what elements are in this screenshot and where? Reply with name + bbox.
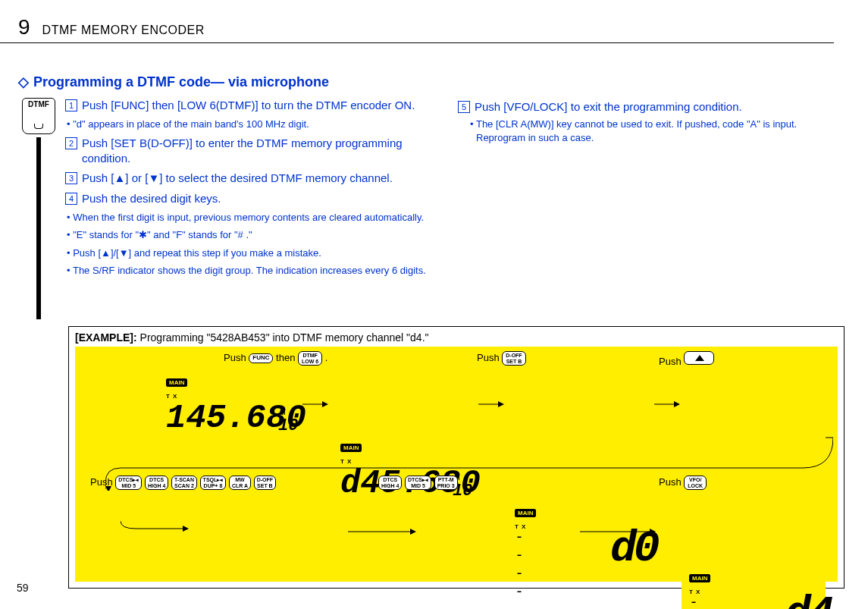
dots-4: - - - - - -	[689, 592, 710, 609]
step5-sub: The [CLR A(MW)] key cannot be used to ex…	[458, 118, 837, 144]
main-badge-1: MAIN	[166, 378, 187, 387]
seq-btn-3: TSQL▸◂DUP+ 8	[200, 476, 227, 490]
up-triangle-button	[684, 351, 714, 365]
example-box: [EXAMPLE]: Programming "5428AB453" into …	[68, 326, 844, 589]
arrow-6	[580, 527, 656, 536]
example-title: [EXAMPLE]: Programming "5428AB453" into …	[75, 331, 838, 344]
arrow-3	[654, 400, 680, 409]
seq2-label: DTCSHIGH 4 DTCS▸◂MID 5 PTT-MPRIO 3	[378, 476, 458, 490]
push-5: Push	[659, 476, 682, 488]
example-label: [EXAMPLE]:	[75, 331, 137, 344]
seq-btn-5: D-OFFSET B	[254, 476, 276, 490]
chapter-title: DTMF MEMORY ENCODER	[42, 24, 205, 37]
step-3: 3 Push [▲] or [▼] to select the desired …	[65, 171, 443, 186]
push-label-1: Push FUNC then DTMFLOW 6 .	[224, 351, 327, 366]
push-4: Push	[90, 476, 113, 488]
svg-marker-1	[322, 401, 328, 407]
svg-marker-11	[650, 529, 656, 535]
svg-marker-5	[674, 401, 680, 407]
seq-btn-0: DTCS▸◂MID 5	[115, 476, 142, 490]
step1-text-c: 6(DTMF)] to turn the DTMF encoder ON.	[206, 99, 415, 111]
seq2-btn-2: PTT-MPRIO 3	[434, 476, 458, 490]
vfo-lock-button: VFO/LOCK	[684, 476, 707, 490]
step4-sub-0: When the first digit is input, previous …	[65, 211, 443, 224]
page-number: 59	[17, 582, 29, 594]
section-title-text: Programming a DTMF code— via microphone	[33, 74, 329, 89]
then-text: then	[273, 352, 298, 363]
svg-marker-9	[410, 529, 416, 535]
push-label-4: Push DTCS▸◂MID 5 DTCSHIGH 4 T-SCANSCAN 2…	[90, 476, 276, 490]
step1-text-a: Push [FUNC] then [	[82, 99, 180, 111]
step4-sub-3: The S/RF indicator shows the digit group…	[65, 264, 443, 278]
push-label-3: Push	[659, 351, 714, 367]
setb-button: D-OFFSET B	[502, 351, 525, 366]
main-badge-4: MAIN	[689, 574, 710, 582]
seq-btn-1: DTCSHIGH 4	[145, 476, 168, 490]
step-num-1: 1	[65, 99, 77, 111]
step-num-3: 3	[65, 172, 77, 184]
arrow-5a	[121, 521, 189, 536]
svg-marker-7	[183, 526, 189, 532]
step5-sub-c: A(MW)] key cannot be used to exit. If pu…	[476, 118, 797, 143]
dots-3: - - - - - -	[515, 527, 536, 609]
step5-clr: CLR	[499, 118, 519, 130]
example-diagram: Push FUNC then DTMFLOW 6 . Push D-OFFSET…	[75, 347, 838, 582]
step4-text: Push the desired digit keys.	[82, 191, 443, 206]
m-1: M	[280, 409, 286, 416]
func-button: FUNC	[249, 353, 273, 363]
svg-marker-3	[498, 401, 504, 407]
dtmf-mic-icon: DTMF	[22, 98, 55, 134]
step4-sub-2: Push [▲]/[▼] and repeat this step if you…	[65, 246, 443, 260]
arrow-2	[478, 400, 504, 409]
push-label-5: Push VFO/LOCK	[659, 476, 707, 490]
step1-sub: "d" appears in place of the main band's …	[65, 118, 443, 131]
section-heading: ◇Programming a DTMF code— via microphone	[18, 74, 443, 90]
dtmf-icon-label: DTMF	[28, 100, 49, 108]
vertical-bar	[36, 137, 41, 319]
push-3: Push	[659, 356, 682, 367]
main-badge-3: MAIN	[515, 509, 536, 517]
push-2: Push	[477, 352, 500, 363]
step3-text: Push [▲] or [▼] to select the desired DT…	[82, 171, 443, 186]
step-num-4: 4	[65, 193, 77, 205]
push-1: Push	[224, 352, 246, 363]
step4-sub-1: "E" stands for "✱" and "F" stands for "#…	[65, 228, 443, 242]
push-label-2: Push D-OFFSET B	[477, 351, 526, 366]
step-num-5: 5	[458, 101, 470, 113]
dtmf6-button: DTMFLOW 6	[298, 351, 322, 366]
seq2-btn-0: DTCSHIGH 4	[378, 476, 402, 490]
display-4: MAIN T X - - - - - - d4	[682, 567, 826, 609]
step-4: 4 Push the desired digit keys.	[65, 191, 443, 206]
sub-4: d4	[785, 592, 832, 609]
dot-text: .	[322, 352, 327, 363]
step2-set: SET	[114, 137, 136, 149]
step-5: 5 Push [VFO/LOCK] to exit the programmin…	[458, 99, 837, 115]
step-2: 2 Push [SET B(D-OFF)] to enter the DTMF …	[65, 136, 443, 167]
step-num-2: 2	[65, 137, 77, 149]
step2-text-a: Push [	[82, 137, 114, 149]
step5-sub-a: The [	[476, 118, 499, 130]
section-arrow-icon: ◇	[18, 74, 29, 89]
example-text: Programming "5428AB453" into DTMF memory…	[137, 331, 429, 344]
arrow-1	[302, 400, 328, 409]
chapter-number: 9	[18, 15, 30, 39]
step5-text: Push [VFO/LOCK] to exit the programming …	[475, 99, 837, 115]
arrow-5b	[348, 527, 416, 536]
seq-btn-2: T-SCANSCAN 2	[171, 476, 197, 490]
step-1: 1 Push [FUNC] then [LOW 6(DTMF)] to turn…	[65, 98, 443, 113]
step1-low: LOW	[180, 99, 206, 111]
seq-btn-4: MWCLR A	[229, 476, 251, 490]
seq2-btn-1: DTCS▸◂MID 5	[405, 476, 431, 490]
